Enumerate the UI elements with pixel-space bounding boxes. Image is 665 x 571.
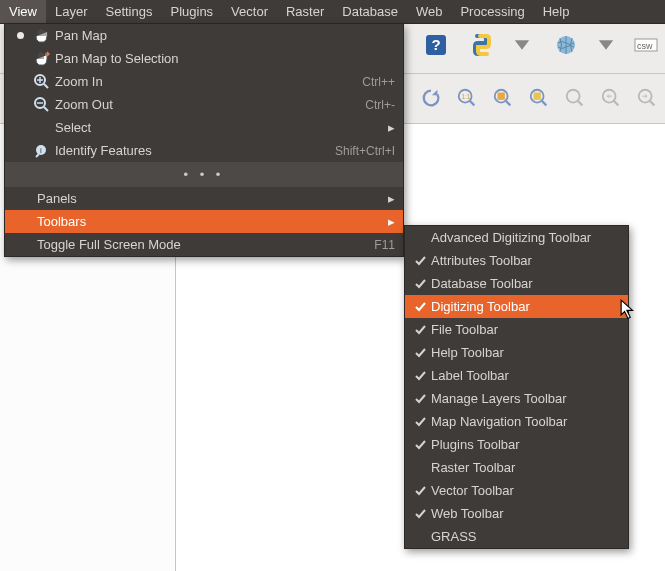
svg-rect-18 [498, 93, 505, 100]
menubar-item-settings[interactable]: Settings [96, 0, 161, 23]
zoom-layer-icon[interactable] [561, 84, 589, 112]
submenu-arrow-icon: ▸ [383, 191, 395, 206]
menu-item-panels[interactable]: Panels ▸ [5, 187, 403, 210]
svg-rect-20 [534, 93, 541, 100]
menu-item-select[interactable]: Select ▸ [5, 116, 403, 139]
submenu-item[interactable]: Database Toolbar [405, 272, 628, 295]
zoom-next-icon[interactable] [633, 84, 661, 112]
python-icon[interactable] [467, 30, 497, 60]
check-icon [409, 507, 431, 520]
menu-item-shortcut: F11 [374, 238, 395, 252]
submenu-item[interactable]: Map Navigation Toolbar [405, 410, 628, 433]
check-icon [409, 254, 431, 267]
globe-icon[interactable] [551, 30, 581, 60]
menu-item-toolbars[interactable]: Toolbars ▸ [5, 210, 403, 233]
submenu-item[interactable]: File Toolbar [405, 318, 628, 341]
hand-arrow-icon [29, 51, 55, 67]
zoom-11-icon[interactable]: 1:1 [453, 84, 481, 112]
menu-item-pan-map[interactable]: Pan Map [5, 24, 403, 47]
check-icon [409, 369, 431, 382]
submenu-item-label: Label Toolbar [431, 368, 620, 383]
submenu-item-label: File Toolbar [431, 322, 620, 337]
svg-text:?: ? [431, 36, 440, 53]
submenu-item-label: Digitizing Toolbar [431, 299, 620, 314]
submenu-item[interactable]: Manage Layers Toolbar [405, 387, 628, 410]
menu-item-label: Zoom In [55, 74, 362, 89]
svg-point-21 [567, 90, 580, 103]
dropdown-arrow-icon-2[interactable] [507, 30, 537, 60]
menu-item-fullscreen[interactable]: Toggle Full Screen Mode F11 [5, 233, 403, 256]
menubar-item-web[interactable]: Web [407, 0, 452, 23]
workspace: View Layer Settings Plugins Vector Raste… [0, 0, 665, 571]
menu-item-label: Toolbars [37, 214, 383, 229]
check-icon [409, 346, 431, 359]
menubar-item-processing[interactable]: Processing [451, 0, 533, 23]
menu-item-zoom-in[interactable]: Zoom In Ctrl++ [5, 70, 403, 93]
check-icon [409, 277, 431, 290]
toolbars-submenu: Advanced Digitizing ToolbarAttributes To… [404, 225, 629, 549]
submenu-item-label: Advanced Digitizing Toolbar [431, 230, 620, 245]
menu-item-shortcut: Shift+Ctrl+I [335, 144, 395, 158]
menu-item-zoom-out[interactable]: Zoom Out Ctrl+- [5, 93, 403, 116]
submenu-item-label: Vector Toolbar [431, 483, 620, 498]
menu-item-identify[interactable]: i Identify Features Shift+Ctrl+I [5, 139, 403, 162]
hand-icon [29, 28, 55, 44]
submenu-item-label: Manage Layers Toolbar [431, 391, 620, 406]
submenu-item-label: GRASS [431, 529, 620, 544]
menu-item-label: Toggle Full Screen Mode [37, 237, 374, 252]
submenu-item[interactable]: Label Toolbar [405, 364, 628, 387]
submenu-item[interactable]: Web Toolbar [405, 502, 628, 525]
check-icon [409, 415, 431, 428]
radio-indicator [11, 32, 29, 39]
zoom-prev-icon[interactable] [597, 84, 625, 112]
menubar-item-database[interactable]: Database [333, 0, 407, 23]
menu-item-pan-selection[interactable]: Pan Map to Selection [5, 47, 403, 70]
submenu-item-label: Attributes Toolbar [431, 253, 620, 268]
zoom-out-icon [29, 97, 55, 113]
menubar: View Layer Settings Plugins Vector Raste… [0, 0, 665, 24]
submenu-item[interactable]: Advanced Digitizing Toolbar [405, 226, 628, 249]
menu-more-items[interactable]: • • • [5, 162, 403, 187]
cursor-icon [620, 299, 636, 319]
zoom-selection-icon[interactable] [525, 84, 553, 112]
submenu-arrow-icon: ▸ [383, 120, 395, 135]
submenu-item[interactable]: Plugins Toolbar [405, 433, 628, 456]
check-icon [409, 484, 431, 497]
check-icon [409, 438, 431, 451]
svg-text:i: i [40, 146, 42, 155]
menubar-item-help[interactable]: Help [534, 0, 579, 23]
menu-item-label: Pan Map [55, 28, 395, 43]
menubar-item-raster[interactable]: Raster [277, 0, 333, 23]
menubar-item-vector[interactable]: Vector [222, 0, 277, 23]
check-icon [409, 323, 431, 336]
menubar-item-view[interactable]: View [0, 0, 46, 23]
refresh-icon[interactable] [417, 84, 445, 112]
submenu-item-label: Raster Toolbar [431, 460, 620, 475]
svg-text:csw: csw [637, 41, 653, 51]
dropdown-arrow-icon-3[interactable] [591, 30, 621, 60]
submenu-item-label: Help Toolbar [431, 345, 620, 360]
menu-item-label: Pan Map to Selection [55, 51, 395, 66]
menu-item-shortcut: Ctrl+- [365, 98, 395, 112]
zoom-extent-icon[interactable] [489, 84, 517, 112]
submenu-item-label: Plugins Toolbar [431, 437, 620, 452]
submenu-item[interactable]: Vector Toolbar [405, 479, 628, 502]
submenu-item[interactable]: GRASS [405, 525, 628, 548]
help-icon[interactable]: ? [421, 30, 451, 60]
submenu-item[interactable]: Attributes Toolbar [405, 249, 628, 272]
menu-item-label: Panels [37, 191, 383, 206]
menubar-item-plugins[interactable]: Plugins [161, 0, 222, 23]
submenu-arrow-icon: ▸ [383, 214, 395, 229]
view-menu: Pan Map Pan Map to Selection Zoom In Ctr… [4, 24, 404, 257]
menu-item-shortcut: Ctrl++ [362, 75, 395, 89]
submenu-item[interactable]: Digitizing Toolbar [405, 295, 628, 318]
csw-icon[interactable]: csw [631, 30, 661, 60]
submenu-item[interactable]: Raster Toolbar [405, 456, 628, 479]
submenu-item-label: Database Toolbar [431, 276, 620, 291]
submenu-item-label: Web Toolbar [431, 506, 620, 521]
zoom-in-icon [29, 74, 55, 90]
submenu-item[interactable]: Help Toolbar [405, 341, 628, 364]
submenu-item-label: Map Navigation Toolbar [431, 414, 620, 429]
menu-item-label: Identify Features [55, 143, 335, 158]
menubar-item-layer[interactable]: Layer [46, 0, 97, 23]
